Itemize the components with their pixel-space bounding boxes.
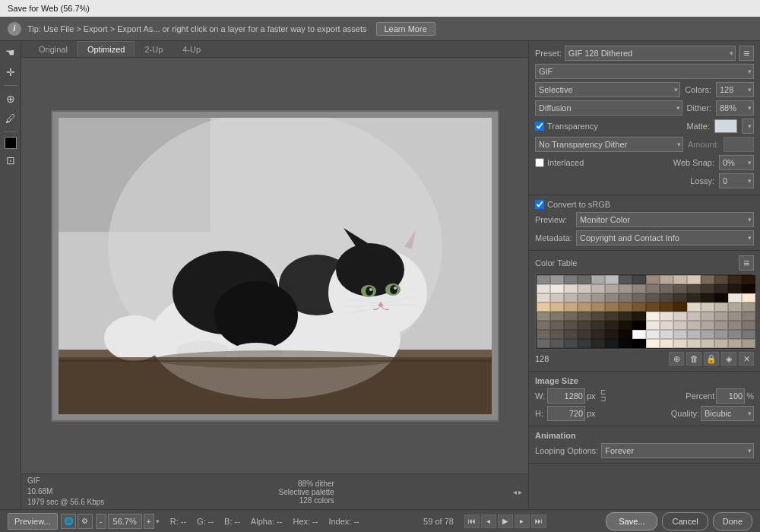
color-cell[interactable] [578, 330, 591, 339]
color-cell[interactable] [632, 302, 646, 312]
color-cell[interactable] [537, 321, 550, 330]
color-cell[interactable] [632, 293, 646, 302]
interlaced-checkbox[interactable] [535, 158, 544, 167]
color-cell[interactable] [646, 284, 660, 293]
color-cell[interactable] [619, 293, 632, 302]
lock-color-button[interactable]: 🔒 [704, 352, 719, 366]
color-cell[interactable] [605, 302, 619, 312]
color-cell[interactable] [591, 293, 605, 302]
color-cell[interactable] [605, 330, 619, 339]
color-cell[interactable] [660, 321, 673, 330]
color-cell[interactable] [742, 321, 755, 330]
color-cell[interactable] [673, 330, 687, 339]
no-transparency-dither-select[interactable]: No Transparency Dither [535, 137, 683, 152]
lossy-select[interactable]: 0 [719, 173, 754, 188]
tab-optimized[interactable]: Optimized [78, 41, 135, 57]
color-cell[interactable] [537, 284, 550, 293]
settings-icon[interactable]: ⚙ [78, 514, 93, 529]
trash-color-button[interactable]: ✕ [739, 352, 754, 366]
toggle-view[interactable]: ⊡ [2, 152, 19, 169]
color-cell[interactable] [619, 339, 632, 348]
zoom-tool[interactable]: ⊕ [2, 90, 19, 107]
browser-icon[interactable]: 🌐 [61, 514, 76, 529]
add-color-button[interactable]: ⊕ [669, 352, 684, 366]
color-cell[interactable] [578, 284, 591, 293]
color-cell[interactable] [673, 312, 687, 321]
color-cell[interactable] [619, 330, 632, 339]
color-cell[interactable] [632, 284, 646, 293]
preset-select[interactable]: GIF 128 Dithered [565, 46, 736, 61]
color-cell[interactable] [605, 275, 619, 284]
color-cell[interactable] [646, 321, 660, 330]
tab-4up[interactable]: 4-Up [173, 41, 211, 57]
transparency-checkbox[interactable] [535, 122, 544, 131]
color-cell[interactable] [537, 293, 550, 302]
color-cell[interactable] [578, 312, 591, 321]
colors-select[interactable]: 128 [716, 82, 754, 97]
color-cell[interactable] [728, 293, 742, 302]
color-cell[interactable] [742, 275, 755, 284]
status-next[interactable]: ▸ [518, 488, 522, 496]
color-cell[interactable] [687, 330, 701, 339]
looping-select[interactable]: Forever [601, 443, 754, 458]
play-button[interactable]: ▶ [498, 515, 513, 528]
hand-tool[interactable]: ☚ [2, 44, 19, 61]
color-cell[interactable] [578, 321, 591, 330]
palette-select[interactable]: Selective [535, 82, 680, 97]
color-cell[interactable] [646, 339, 660, 348]
metadata-select[interactable]: Copyright and Contact Info [576, 230, 754, 245]
color-cell[interactable] [550, 293, 564, 302]
dither-select[interactable]: 88% [716, 100, 754, 116]
color-cell[interactable] [660, 302, 673, 312]
format-select[interactable]: GIF [535, 64, 754, 79]
color-cell[interactable] [673, 293, 687, 302]
color-cell[interactable] [564, 302, 578, 312]
color-cell[interactable] [564, 275, 578, 284]
prev-frame-button[interactable]: ◂ [481, 515, 496, 528]
skip-end-button[interactable]: ⏭ [531, 515, 546, 528]
color-cell[interactable] [673, 284, 687, 293]
color-cell[interactable] [714, 312, 728, 321]
color-cell[interactable] [591, 339, 605, 348]
color-cell[interactable] [646, 275, 660, 284]
websnap-select[interactable]: 0% [719, 155, 754, 170]
color-cell[interactable] [742, 330, 755, 339]
color-cell[interactable] [632, 321, 646, 330]
zoom-in-button[interactable]: + [144, 514, 154, 529]
color-cell[interactable] [714, 330, 728, 339]
width-input[interactable] [547, 388, 585, 404]
color-table-menu-button[interactable]: ≡ [739, 255, 754, 271]
color-cell[interactable] [619, 321, 632, 330]
color-cell[interactable] [632, 330, 646, 339]
color-cell[interactable] [550, 330, 564, 339]
color-cell[interactable] [714, 293, 728, 302]
color-cell[interactable] [646, 330, 660, 339]
color-cell[interactable] [714, 284, 728, 293]
color-cell[interactable] [660, 330, 673, 339]
color-cell[interactable] [646, 302, 660, 312]
color-cell[interactable] [591, 302, 605, 312]
foreground-color[interactable] [5, 137, 17, 149]
color-cell[interactable] [673, 321, 687, 330]
learn-more-button[interactable]: Learn More [376, 22, 435, 36]
color-cell[interactable] [728, 312, 742, 321]
color-cell[interactable] [728, 275, 742, 284]
color-cell[interactable] [687, 312, 701, 321]
color-cell[interactable] [660, 284, 673, 293]
color-cell[interactable] [701, 293, 714, 302]
color-cell[interactable] [742, 339, 755, 348]
color-cell[interactable] [701, 302, 714, 312]
color-cell[interactable] [564, 284, 578, 293]
eyedropper-tool[interactable]: 🖊 [2, 110, 19, 127]
color-cell[interactable] [742, 293, 755, 302]
color-cell[interactable] [605, 312, 619, 321]
preview-select[interactable]: Monitor Color [576, 212, 754, 227]
color-cell[interactable] [687, 302, 701, 312]
color-cell[interactable] [687, 284, 701, 293]
zoom-arrow[interactable]: ▾ [156, 518, 160, 525]
color-cell[interactable] [742, 302, 755, 312]
color-cell[interactable] [701, 339, 714, 348]
zoom-input[interactable] [108, 514, 142, 529]
color-cell[interactable] [537, 302, 550, 312]
color-cell[interactable] [605, 293, 619, 302]
